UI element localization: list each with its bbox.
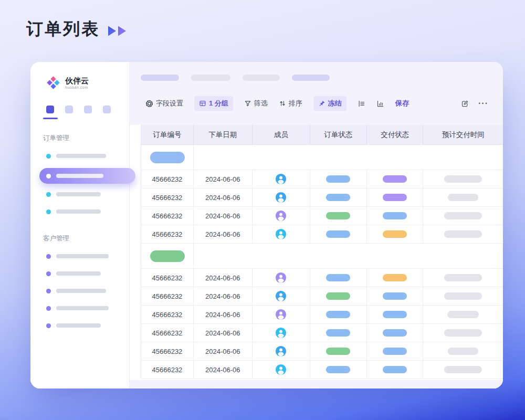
delivery-status-cell: [367, 188, 423, 206]
member-cell: [253, 170, 310, 188]
save-button[interactable]: 保存: [395, 99, 410, 108]
time-placeholder-pill: [444, 230, 482, 238]
field-settings-icon: [145, 100, 153, 108]
freeze-pin-icon: [318, 100, 326, 107]
order-status-pill: [326, 329, 350, 337]
sidebar-item[interactable]: [30, 283, 129, 299]
order-status-cell: [310, 361, 368, 379]
triangle-icon: [108, 26, 116, 36]
delivery-status-pill: [383, 274, 407, 281]
delivery-status-cell: [367, 306, 423, 323]
table-row[interactable]: 456662322024-06-06: [141, 170, 503, 188]
table-row[interactable]: 456662322024-06-06: [141, 287, 503, 306]
title-arrows-icon: [108, 26, 126, 36]
sidebar-item[interactable]: [30, 300, 129, 316]
item-dot: [46, 192, 51, 197]
column-header[interactable]: 预计交付时间: [423, 125, 503, 144]
group-count-label: 1 分组: [209, 99, 228, 108]
member-avatar-icon: [275, 364, 287, 375]
delivery-status-pill: [383, 292, 407, 300]
item-dot: [46, 323, 51, 328]
time-placeholder-pill: [444, 212, 482, 219]
table-row[interactable]: 456662322024-06-06: [141, 188, 503, 207]
order-status-pill: [326, 212, 350, 219]
triangle-icon: [118, 26, 126, 36]
section-label: 客户管理: [43, 234, 129, 243]
row-height-button[interactable]: [358, 100, 365, 108]
table-row[interactable]: 456662322024-06-06: [141, 361, 503, 379]
delivery-time-cell: [423, 324, 503, 342]
order-date-cell: 2024-06-06: [194, 306, 253, 323]
sidebar-item[interactable]: [30, 148, 129, 164]
order-status-pill: [326, 366, 350, 373]
column-header[interactable]: 订单状态: [310, 125, 368, 144]
group-header-row[interactable]: [141, 244, 503, 269]
member-avatar-icon: [275, 228, 287, 240]
table-row[interactable]: 456662322024-06-06: [141, 269, 503, 287]
table-row[interactable]: 456662322024-06-06: [141, 324, 503, 342]
delivery-status-pill: [383, 230, 407, 238]
delivery-status-cell: [367, 207, 423, 225]
item-skeleton-bar: [56, 254, 109, 258]
sort-button[interactable]: 排序: [279, 99, 302, 108]
chart-button[interactable]: [376, 100, 384, 108]
sidebar-tab[interactable]: [84, 106, 92, 113]
column-header[interactable]: 订单编号: [141, 125, 194, 144]
table-row[interactable]: 456662322024-06-06: [141, 306, 503, 324]
member-cell: [253, 225, 310, 243]
sidebar-item-active[interactable]: [39, 168, 135, 184]
group-label-cell: [141, 145, 194, 170]
order-no-cell: 45666232: [141, 269, 194, 287]
sidebar-section: 订单管理: [30, 134, 129, 219]
group-label-pill: [150, 250, 185, 262]
sidebar-item[interactable]: [30, 266, 129, 281]
item-skeleton-bar: [56, 323, 101, 328]
app-logo[interactable]: 伙伴云 huoban.com: [46, 76, 129, 90]
group-label-pill: [150, 152, 185, 163]
order-date-cell: 2024-06-06: [194, 287, 253, 305]
edit-button[interactable]: [461, 100, 469, 108]
member-avatar-icon: [275, 173, 287, 185]
time-placeholder-pill: [444, 274, 482, 281]
sidebar-tab[interactable]: [65, 106, 73, 113]
group-button[interactable]: 1 分组: [194, 96, 233, 111]
time-placeholder-pill: [444, 329, 482, 337]
field-settings-button[interactable]: 字段设置: [145, 99, 183, 108]
delivery-time-cell: [423, 225, 503, 243]
sidebar-tab-active[interactable]: [46, 106, 54, 113]
column-header[interactable]: 交付状态: [367, 125, 423, 144]
skeleton-bar: [243, 75, 280, 81]
time-placeholder-pill: [444, 175, 482, 183]
freeze-label: 冻结: [328, 99, 342, 108]
filter-button[interactable]: 筛选: [244, 99, 268, 108]
sidebar-item[interactable]: [30, 318, 129, 333]
column-header[interactable]: 下单日期: [194, 125, 253, 144]
more-button[interactable]: ···: [478, 99, 488, 108]
table-row[interactable]: 456662322024-06-06: [141, 225, 503, 244]
order-no-cell: 45666232: [141, 188, 194, 206]
skeleton-bar: [292, 75, 330, 81]
table-row[interactable]: 456662322024-06-06: [141, 207, 503, 225]
order-no-cell: 45666232: [141, 170, 194, 188]
field-settings-label: 字段设置: [156, 99, 183, 108]
table-row[interactable]: 456662322024-06-06: [141, 342, 503, 361]
delivery-status-pill: [383, 366, 407, 373]
sidebar-tab[interactable]: [103, 106, 111, 113]
group-label-cell: [141, 244, 194, 268]
sidebar-item[interactable]: [30, 204, 129, 219]
column-header[interactable]: 成员: [253, 125, 310, 144]
section-label: 订单管理: [43, 134, 129, 143]
sidebar-item[interactable]: [30, 186, 129, 202]
delivery-status-pill: [383, 348, 407, 355]
item-dot: [46, 174, 51, 178]
sidebar-item[interactable]: [30, 248, 129, 264]
section-items: [30, 148, 129, 219]
group-header-row[interactable]: [141, 145, 503, 170]
filter-label: 筛选: [254, 99, 268, 108]
item-dot: [46, 289, 51, 293]
member-avatar-icon: [275, 290, 287, 302]
delivery-status-cell: [367, 225, 423, 243]
sidebar-section: 客户管理: [30, 234, 129, 333]
order-status-cell: [310, 287, 368, 305]
freeze-button[interactable]: 冻结: [313, 96, 346, 111]
